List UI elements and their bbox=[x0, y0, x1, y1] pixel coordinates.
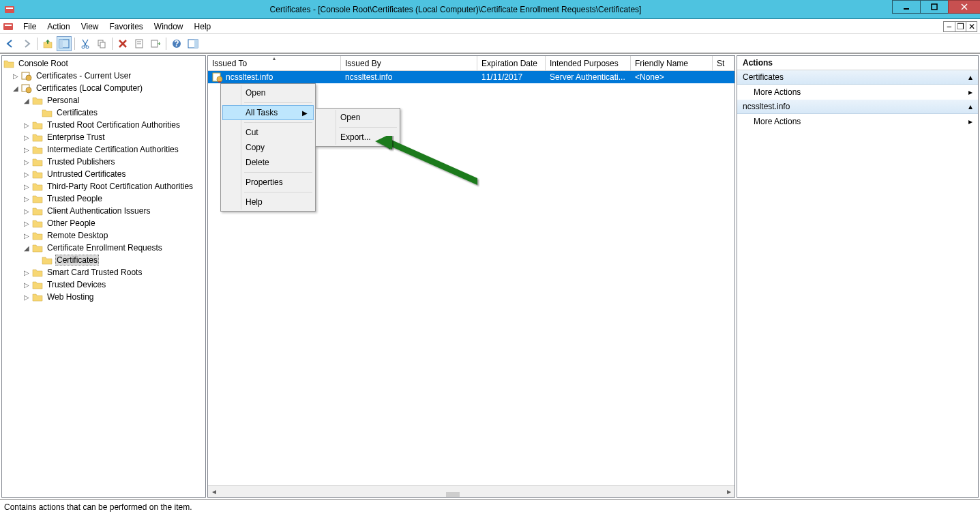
tree-cert-enrollment-requests[interactable]: ◢Certificate Enrollment Requests bbox=[2, 242, 205, 254]
horizontal-scrollbar[interactable]: ◂ ▸ bbox=[208, 485, 734, 497]
expand-toggle[interactable]: ▷ bbox=[12, 72, 20, 80]
tree-untrusted-certs[interactable]: ▷Untrusted Certificates bbox=[2, 168, 205, 180]
collapse-toggle[interactable]: ◢ bbox=[23, 244, 31, 252]
properties-button[interactable] bbox=[132, 36, 147, 51]
ctx-cut[interactable]: Cut bbox=[222, 125, 314, 140]
expand-toggle[interactable]: ▷ bbox=[23, 145, 31, 154]
svg-rect-22 bbox=[194, 40, 198, 48]
scroll-thumb[interactable] bbox=[446, 492, 460, 498]
expand-toggle[interactable]: ▷ bbox=[23, 219, 31, 227]
list-pane: Issued To▴ Issued By Expiration Date Int… bbox=[207, 55, 735, 498]
svg-text:?: ? bbox=[174, 39, 179, 48]
minimize-button[interactable] bbox=[892, 0, 921, 14]
col-status[interactable]: St bbox=[713, 56, 734, 70]
ctx-properties[interactable]: Properties bbox=[222, 175, 314, 190]
ctx-open[interactable]: Open bbox=[222, 85, 314, 100]
tree-trusted-root-ca[interactable]: ▷Trusted Root Certification Authorities bbox=[2, 119, 205, 131]
folder-icon bbox=[32, 267, 43, 278]
cut-button[interactable] bbox=[78, 36, 93, 51]
expand-toggle[interactable]: ▷ bbox=[23, 281, 31, 289]
tree-cert-current-user[interactable]: ▷ Certificates - Current User bbox=[2, 70, 205, 82]
expand-toggle[interactable]: ▷ bbox=[23, 121, 31, 129]
actions-group-certificates[interactable]: Certificates ▴ bbox=[737, 70, 978, 85]
tree-trusted-people[interactable]: ▷Trusted People bbox=[2, 192, 205, 205]
col-friendly[interactable]: Friendly Name bbox=[631, 56, 713, 70]
export-list-button[interactable] bbox=[148, 36, 163, 51]
menu-favorites[interactable]: Favorites bbox=[104, 20, 149, 33]
tree-trusted-devices[interactable]: ▷Trusted Devices bbox=[2, 279, 205, 291]
collapse-toggle[interactable]: ◢ bbox=[23, 96, 31, 104]
tree-enterprise-trust[interactable]: ▷Enterprise Trust bbox=[2, 131, 205, 143]
show-hide-action-pane-button[interactable] bbox=[185, 36, 201, 51]
col-issued-by[interactable]: Issued By bbox=[341, 56, 477, 70]
svg-point-12 bbox=[86, 46, 89, 48]
svg-rect-3 bbox=[932, 4, 937, 10]
svg-point-24 bbox=[26, 75, 31, 81]
tree-console-root[interactable]: Console Root bbox=[2, 57, 205, 70]
expand-toggle[interactable]: ▷ bbox=[23, 268, 31, 276]
nav-back-button[interactable] bbox=[3, 36, 18, 51]
tree-cer-certs[interactable]: Certificates bbox=[2, 254, 205, 266]
close-button[interactable] bbox=[948, 0, 980, 14]
delete-button[interactable] bbox=[115, 36, 130, 51]
mdi-close[interactable]: ✕ bbox=[966, 22, 977, 31]
ctx-delete[interactable]: Delete bbox=[222, 155, 314, 170]
tree-smart-card-trusted-roots[interactable]: ▷Smart Card Trusted Roots bbox=[2, 266, 205, 279]
list-row[interactable]: ncssltest.info ncssltest.info 11/11/2017… bbox=[208, 71, 734, 83]
menu-window[interactable]: Window bbox=[149, 20, 189, 33]
tree-personal-certs[interactable]: Certificates bbox=[2, 106, 205, 119]
expand-toggle[interactable]: ▷ bbox=[23, 207, 31, 215]
show-hide-tree-button[interactable] bbox=[57, 36, 72, 51]
nav-forward-button[interactable] bbox=[19, 36, 34, 51]
tree-cert-local-computer[interactable]: ◢ Certificates (Local Computer) bbox=[2, 82, 205, 94]
ctx-copy[interactable]: Copy bbox=[222, 140, 314, 155]
ctx-help[interactable]: Help bbox=[222, 195, 314, 210]
tree-other-people[interactable]: ▷Other People bbox=[2, 217, 205, 229]
menu-view[interactable]: View bbox=[76, 20, 104, 33]
actions-more-certificates[interactable]: More Actions ▸ bbox=[737, 85, 978, 100]
collapse-toggle[interactable]: ◢ bbox=[12, 84, 20, 92]
list-body[interactable]: ncssltest.info ncssltest.info 11/11/2017… bbox=[208, 71, 734, 485]
folder-icon bbox=[32, 132, 43, 143]
expand-toggle[interactable]: ▷ bbox=[23, 133, 31, 141]
menu-help[interactable]: Help bbox=[189, 20, 217, 33]
col-purposes[interactable]: Intended Purposes bbox=[546, 56, 631, 70]
ctx-sub-export[interactable]: Export... bbox=[317, 130, 398, 145]
tree-personal[interactable]: ◢ Personal bbox=[2, 94, 205, 106]
scroll-right-button[interactable]: ▸ bbox=[723, 486, 734, 498]
scroll-left-button[interactable]: ◂ bbox=[208, 486, 220, 498]
expand-toggle[interactable]: ▷ bbox=[23, 182, 31, 190]
ctx-sub-open[interactable]: Open bbox=[317, 110, 398, 125]
tree-pane[interactable]: Console Root ▷ Certificates - Current Us… bbox=[1, 55, 206, 498]
mdi-restore[interactable]: ❐ bbox=[955, 22, 966, 31]
expand-toggle[interactable]: ▷ bbox=[23, 293, 31, 301]
cell-expiration: 11/11/2017 bbox=[477, 72, 546, 82]
cell-purposes: Server Authenticati... bbox=[546, 72, 631, 82]
actions-more-selected-cert[interactable]: More Actions ▸ bbox=[737, 114, 978, 129]
maximize-button[interactable] bbox=[920, 0, 949, 14]
tree-client-auth-issuers[interactable]: ▷Client Authentication Issuers bbox=[2, 205, 205, 217]
tree-intermediate-ca[interactable]: ▷Intermediate Certification Authorities bbox=[2, 143, 205, 156]
tree-third-party-root-ca[interactable]: ▷Third-Party Root Certification Authorit… bbox=[2, 180, 205, 192]
col-expiration[interactable]: Expiration Date bbox=[477, 56, 546, 70]
menubar: File Action View Favorites Window Help ‒… bbox=[0, 19, 980, 34]
tree-trusted-publishers[interactable]: ▷Trusted Publishers bbox=[2, 156, 205, 168]
folder-icon bbox=[32, 193, 43, 204]
svg-point-26 bbox=[26, 87, 31, 93]
actions-group-selected-cert[interactable]: ncssltest.info ▴ bbox=[737, 100, 978, 114]
up-level-button[interactable] bbox=[40, 36, 55, 51]
expand-toggle[interactable]: ▷ bbox=[23, 231, 31, 240]
mdi-minimize[interactable]: ‒ bbox=[944, 22, 955, 31]
help-button[interactable]: ? bbox=[169, 36, 184, 51]
tree-web-hosting[interactable]: ▷Web Hosting bbox=[2, 291, 205, 303]
expand-toggle[interactable]: ▷ bbox=[23, 158, 31, 166]
copy-button[interactable] bbox=[94, 36, 109, 51]
tree-remote-desktop[interactable]: ▷Remote Desktop bbox=[2, 229, 205, 242]
col-issued-to[interactable]: Issued To▴ bbox=[208, 56, 341, 70]
menu-file[interactable]: File bbox=[18, 20, 42, 33]
certificate-icon bbox=[212, 72, 223, 83]
expand-toggle[interactable]: ▷ bbox=[23, 170, 31, 178]
expand-toggle[interactable]: ▷ bbox=[23, 195, 31, 203]
ctx-all-tasks[interactable]: All Tasks▶ bbox=[222, 105, 314, 120]
menu-action[interactable]: Action bbox=[42, 20, 75, 33]
